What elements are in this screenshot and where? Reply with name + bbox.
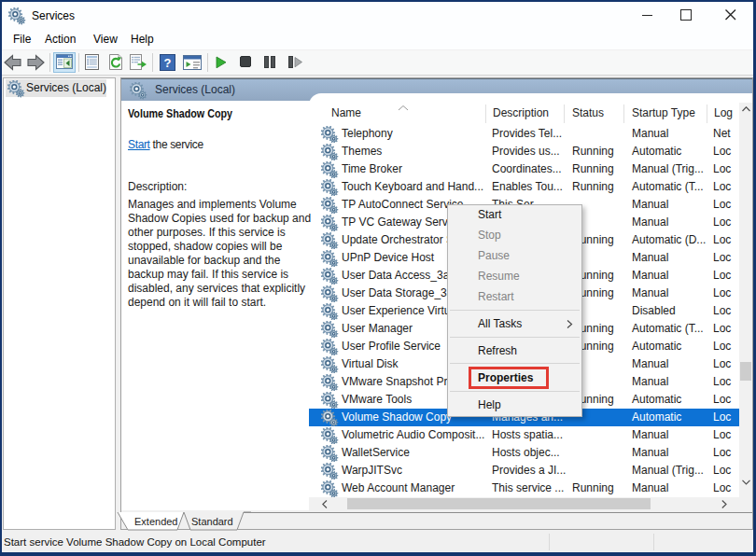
svg-text:?: ?	[164, 56, 172, 70]
